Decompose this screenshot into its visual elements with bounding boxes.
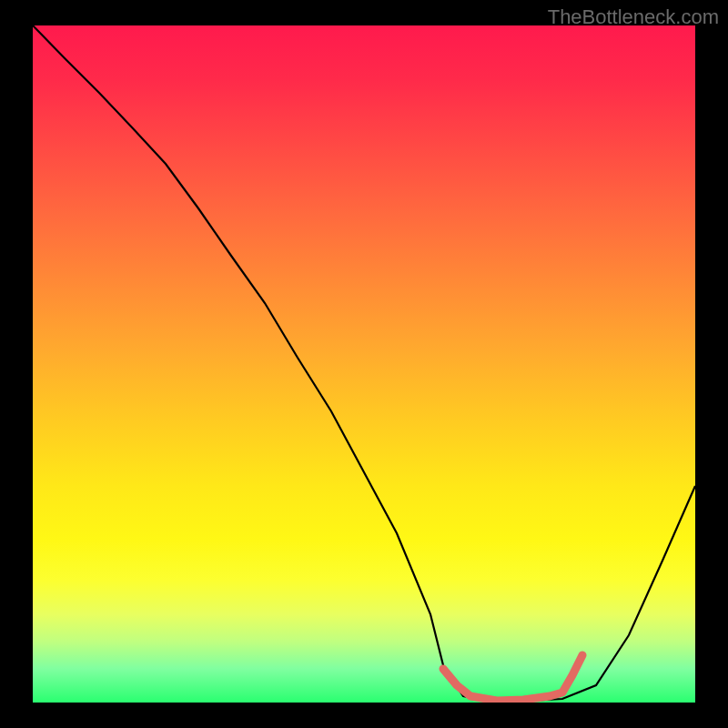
chart-svg xyxy=(33,25,695,703)
watermark-text: TheBottleneck.com xyxy=(548,5,719,29)
chart-curve-main xyxy=(33,25,695,703)
chart-plot-area xyxy=(33,25,695,703)
chart-curve-optimum-marker xyxy=(443,655,582,701)
